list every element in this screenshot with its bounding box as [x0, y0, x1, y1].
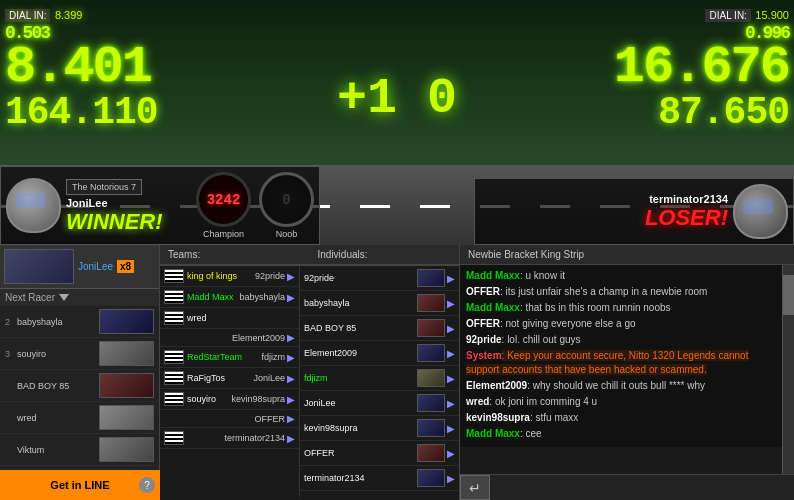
team-arrow-icon: ▶ [287, 271, 295, 282]
racer-item[interactable]: 3 souyiro [0, 338, 159, 370]
individual-arrow-icon: ▶ [447, 423, 455, 434]
individual-thumb [417, 444, 445, 462]
noob-label: Noob [276, 229, 298, 239]
individual-item[interactable]: OFFER ▶ [300, 441, 459, 466]
chat-message: System: Keep your account secure, Nitto … [466, 349, 776, 377]
chat-scrollbar[interactable] [782, 265, 794, 474]
left-player-name: JoniLee [66, 197, 191, 209]
help-button[interactable]: ? [139, 477, 155, 493]
right-time2: 16.676 [614, 42, 789, 94]
team-arrow-icon: ▶ [287, 332, 295, 343]
chat-message: Element2009: why should we chill it outs… [466, 379, 776, 393]
chat-sender: Madd Maxx [466, 428, 520, 439]
middle-column: Teams: Individuals: king of kings92pride… [160, 245, 460, 500]
chat-sender: kevin98supra [466, 412, 530, 423]
racer-car-thumb [99, 437, 154, 462]
team-name: wred [187, 313, 295, 323]
racer-name: wred [17, 413, 99, 423]
chat-header: Newbie Bracket King Strip [460, 245, 794, 265]
teams-col: king of kings92pride▶Madd Maxxbabyshayla… [160, 266, 300, 497]
individual-item[interactable]: kevin98supra ▶ [300, 416, 459, 441]
team-item[interactable]: Element2009▶ [160, 329, 299, 347]
individual-item[interactable]: BAD BOY 85 ▶ [300, 316, 459, 341]
team-score: Element2009 [232, 333, 285, 343]
chat-messages-wrapper[interactable]: Madd Maxx: u know itOFFER: its just unfa… [460, 265, 782, 474]
team-item[interactable]: RedStarTeamfdjizm▶ [160, 347, 299, 368]
chat-message: kevin98supra: stfu maxx [466, 411, 776, 425]
racer-item[interactable]: Viktum [0, 434, 159, 466]
individual-thumb [417, 419, 445, 437]
team-name: souyiro [187, 394, 231, 404]
chat-sender: Element2009 [466, 380, 527, 391]
team-item[interactable]: OFFER▶ [160, 410, 299, 428]
scrollbar-thumb [783, 275, 794, 315]
team-arrow-icon: ▶ [287, 413, 295, 424]
chat-sender: OFFER [466, 286, 500, 297]
individual-item[interactable]: terminator2134 ▶ [300, 466, 459, 491]
individual-thumb [417, 319, 445, 337]
next-racer-dropdown-icon[interactable] [59, 294, 69, 301]
team-name: RaFigTos [187, 373, 253, 383]
racer-item[interactable]: 2 babyshayla [0, 306, 159, 338]
local-player-name: JoniLee [78, 261, 113, 272]
racer-item[interactable]: wred [0, 402, 159, 434]
chat-input-area: ↵ [460, 474, 794, 500]
chat-text: : not giving everyone else a go [500, 318, 636, 329]
right-dial-in-value: 15.900 [755, 9, 789, 21]
bottom-area: JoniLee x8 Next Racer 2 babyshayla 3 sou… [0, 245, 794, 500]
team-item[interactable]: terminator2134▶ [160, 428, 299, 449]
left-dial-in-value: 8.399 [55, 9, 83, 21]
racer-num: 3 [5, 349, 17, 359]
individual-thumb [417, 469, 445, 487]
team-item[interactable]: king of kings92pride▶ [160, 266, 299, 287]
loser-text: LOSER! [485, 205, 728, 231]
right-player-panel: terminator2134 LOSER! [474, 178, 794, 245]
x8-badge: x8 [117, 260, 134, 273]
individual-arrow-icon: ▶ [447, 448, 455, 459]
left-time3: 164.110 [5, 94, 158, 132]
individual-name: 92pride [304, 273, 417, 283]
winner-text: WINNER! [66, 209, 191, 235]
chat-text: : cee [520, 428, 542, 439]
individual-name: fdjizm [304, 373, 417, 383]
individual-arrow-icon: ▶ [447, 348, 455, 359]
team-item[interactable]: wred [160, 308, 299, 329]
get-in-line-button[interactable]: Get in LINE ? [0, 470, 160, 500]
chat-text: : ok joni im comming 4 u [489, 396, 597, 407]
chat-sender: System [466, 350, 502, 361]
individual-item[interactable]: fdjizm ▶ [300, 366, 459, 391]
individuals-col: 92pride ▶ babyshayla ▶ BAD BOY 85 ▶ Elem… [300, 266, 459, 497]
individual-item[interactable]: Element2009 ▶ [300, 341, 459, 366]
individual-name: Element2009 [304, 348, 417, 358]
individual-thumb [417, 369, 445, 387]
individual-name: kevin98supra [304, 423, 417, 433]
individual-arrow-icon: ▶ [447, 398, 455, 409]
team-score: JoniLee [253, 373, 285, 383]
chat-message: 92pride: lol. chill out guys [466, 333, 776, 347]
team-arrow-icon: ▶ [287, 352, 295, 363]
team-flag [164, 311, 184, 325]
left-helmet [6, 178, 61, 233]
individual-item[interactable]: JoniLee ▶ [300, 391, 459, 416]
racer-name: BAD BOY 85 [17, 381, 99, 391]
team-item[interactable]: souyirokevin98supra▶ [160, 389, 299, 410]
center-score: +1 0 [337, 70, 457, 127]
individual-item[interactable]: 92pride ▶ [300, 266, 459, 291]
chat-text: : its just unfair she's a champ in a new… [500, 286, 708, 297]
team-arrow-icon: ▶ [287, 433, 295, 444]
individual-arrow-icon: ▶ [447, 373, 455, 384]
team-flag [164, 392, 184, 406]
individuals-header: Individuals: [310, 245, 460, 266]
chat-message: wred: ok joni im comming 4 u [466, 395, 776, 409]
local-car [4, 249, 74, 284]
racer-car-thumb [99, 405, 154, 430]
chat-send-button[interactable]: ↵ [460, 475, 490, 500]
chat-text: : Keep your account secure, Nitto 1320 L… [466, 350, 748, 375]
racer-item[interactable]: BAD BOY 85 [0, 370, 159, 402]
right-stats: DIAL IN: 15.900 0.996 16.676 87.650 [614, 5, 789, 132]
chat-message: OFFER: not giving everyone else a go [466, 317, 776, 331]
individual-item[interactable]: babyshayla ▶ [300, 291, 459, 316]
chat-message: Madd Maxx: u know it [466, 269, 776, 283]
team-item[interactable]: RaFigTosJoniLee▶ [160, 368, 299, 389]
team-item[interactable]: Madd Maxxbabyshayla▶ [160, 287, 299, 308]
